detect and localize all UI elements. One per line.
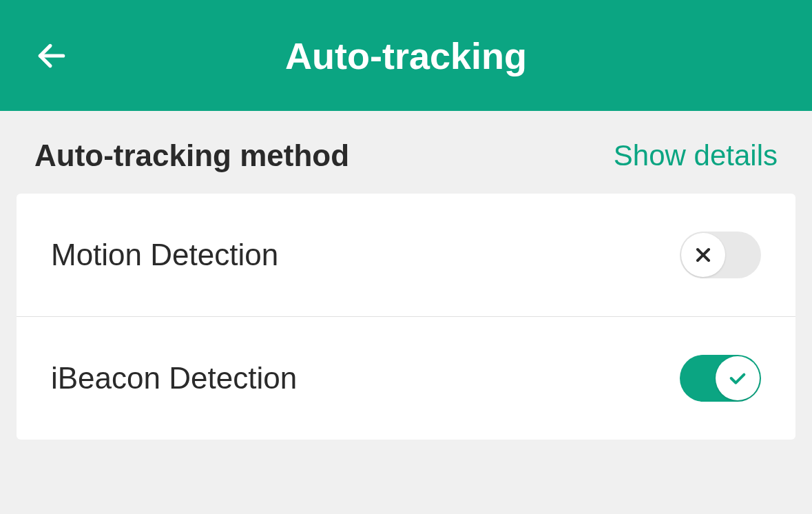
method-label: Motion Detection (51, 238, 278, 272)
toggle-knob (716, 356, 760, 400)
section-title: Auto-tracking method (34, 138, 349, 173)
ibeacon-detection-toggle[interactable] (680, 355, 761, 402)
page-title: Auto-tracking (285, 34, 527, 77)
check-icon (727, 367, 749, 389)
motion-detection-toggle[interactable] (680, 232, 761, 278)
method-label: iBeacon Detection (51, 361, 297, 395)
app-header: Auto-tracking (0, 0, 812, 111)
list-item: iBeacon Detection (17, 317, 795, 440)
list-item: Motion Detection (17, 194, 795, 317)
back-arrow-icon (34, 39, 69, 73)
x-icon (692, 244, 714, 266)
show-details-button[interactable]: Show details (614, 139, 778, 172)
back-button[interactable] (34, 39, 69, 73)
methods-list: Motion Detection iBeacon Detection (17, 194, 795, 440)
toggle-knob (681, 233, 725, 277)
section-header: Auto-tracking method Show details (0, 111, 812, 194)
